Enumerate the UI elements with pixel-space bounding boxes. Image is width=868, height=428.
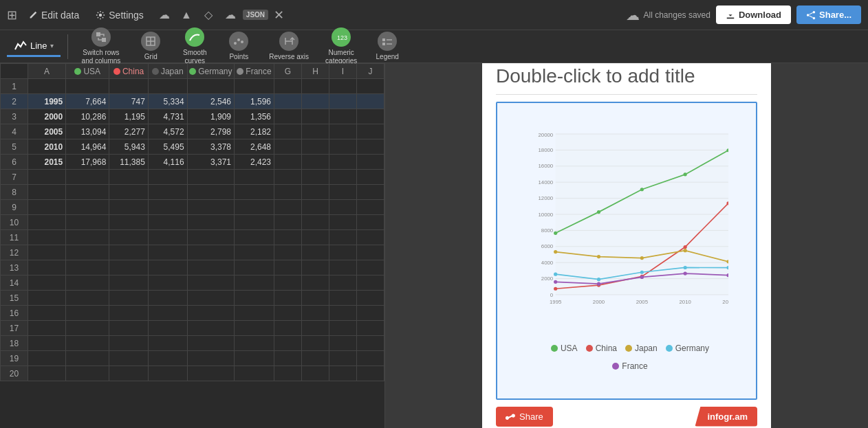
col-header-g[interactable]: G [274,64,302,79]
edit-data-button[interactable]: Edit data [23,7,85,23]
cell-6b[interactable]: 17,968 [66,155,109,170]
col-header-e[interactable]: Germany [187,64,234,79]
soundcloud-icon[interactable]: ☁ [221,5,240,25]
cell-1e[interactable] [187,79,234,94]
json-badge[interactable]: JSON [243,10,268,20]
legend-tool[interactable]: Legend [367,29,408,64]
cell-4j[interactable] [357,124,384,139]
numeric-categories-tool[interactable]: 123 Numeric categories [318,25,364,68]
line-tool[interactable]: Line ▾ [7,36,61,57]
cell-5d[interactable]: 5,495 [148,139,187,155]
cell-3d[interactable]: 4,731 [148,109,187,124]
spreadsheet[interactable]: A USA China [0,63,384,428]
cell-3f[interactable]: 1,356 [235,109,274,124]
grid-apps-icon[interactable]: ⊞ [7,8,17,23]
cell-1d[interactable] [148,79,187,94]
cell-6j[interactable] [357,155,384,170]
table-row: 16 [1,306,384,321]
cell-2c[interactable]: 747 [109,94,148,109]
cell-5i[interactable] [329,139,357,155]
settings-button[interactable]: Settings [90,7,149,23]
cell-6d[interactable]: 4,116 [148,155,187,170]
cell-4a[interactable]: 2005 [28,124,66,139]
cell-1b[interactable] [66,79,109,94]
cell-5g[interactable] [274,139,302,155]
cell-1i[interactable] [329,79,357,94]
cell-4b[interactable]: 13,094 [66,124,109,139]
save-cloud-icon[interactable]: ☁ [155,5,174,25]
cell-3a[interactable]: 2000 [28,109,66,124]
cell-5f[interactable]: 2,648 [235,139,274,155]
cell-6c[interactable]: 11,385 [109,155,148,170]
cell-5h[interactable] [302,139,329,155]
dropbox-icon[interactable]: ◇ [199,5,218,25]
cell-5c[interactable]: 5,943 [109,139,148,155]
cell-5b[interactable]: 14,964 [66,139,109,155]
download-button[interactable]: Download [716,5,791,24]
cell-6g[interactable] [274,155,302,170]
cell-5a[interactable]: 2010 [28,139,66,155]
share-button[interactable]: Share... [796,5,861,24]
cell-4d[interactable]: 4,572 [148,124,187,139]
cell-6a[interactable]: 2015 [28,155,66,170]
cell-2d[interactable]: 5,334 [148,94,187,109]
cell-6h[interactable] [302,155,329,170]
chart-title[interactable]: Double-click to add title [496,65,757,95]
cell-5e[interactable]: 3,378 [187,139,234,155]
col-header-c[interactable]: China [109,64,148,79]
col-header-a[interactable]: A [28,64,66,79]
cell-2f[interactable]: 1,596 [235,94,274,109]
legend-china: China [586,343,617,353]
cell-2b[interactable]: 7,664 [66,94,109,109]
switch-rows-cols-tool[interactable]: Switch rows and columns [75,25,128,68]
cell-1h[interactable] [302,79,329,94]
cell-4h[interactable] [302,124,329,139]
cell-2h[interactable] [302,94,329,109]
col-header-h[interactable]: H [302,64,329,79]
cell-4c[interactable]: 2,277 [109,124,148,139]
cell-6e[interactable]: 3,371 [187,155,234,170]
cell-3b[interactable]: 10,286 [66,109,109,124]
cell-1c[interactable] [109,79,148,94]
col-header-b[interactable]: USA [66,64,109,79]
svg-text:2010: 2010 [679,299,691,305]
points-tool[interactable]: Points [218,29,259,64]
reverse-axis-tool[interactable]: Reverse axis [262,29,316,64]
cell-6f[interactable]: 2,423 [235,155,274,170]
spreadsheet-panel: A USA China [0,63,385,428]
cell-2i[interactable] [329,94,357,109]
cell-3c[interactable]: 1,195 [109,109,148,124]
cell-4g[interactable] [274,124,302,139]
cell-3i[interactable] [329,109,357,124]
table-row: 8 [1,185,384,200]
preview-panel: Double-click to add title [385,63,868,428]
cell-1a[interactable] [28,79,66,94]
cell-1g[interactable] [274,79,302,94]
close-button[interactable]: ✕ [274,8,284,23]
cell-2j[interactable] [357,94,384,109]
cell-2e[interactable]: 2,546 [187,94,234,109]
google-drive-icon[interactable]: ▲ [177,5,196,25]
cell-3j[interactable] [357,109,384,124]
cell-4f[interactable]: 2,182 [235,124,274,139]
chart-area[interactable]: 0 2000 4000 6000 8000 10000 12000 14000 … [496,102,757,400]
smooth-curves-tool[interactable]: Smooth curves [174,25,215,68]
grid-tool[interactable]: Grid [130,29,171,64]
cell-1f[interactable] [235,79,274,94]
share-chart-button[interactable]: Share [496,407,553,427]
col-header-d[interactable]: Japan [148,64,187,79]
col-header-j[interactable]: J [357,64,384,79]
cell-3h[interactable] [302,109,329,124]
cell-2g[interactable] [274,94,302,109]
cell-6i[interactable] [329,155,357,170]
cell-5j[interactable] [357,139,384,155]
col-header-i[interactable]: I [329,64,357,79]
cell-1j[interactable] [357,79,384,94]
cell-3e[interactable]: 1,909 [187,109,234,124]
cell-2a[interactable]: 1995 [28,94,66,109]
cell-4i[interactable] [329,124,357,139]
cell-3g[interactable] [274,109,302,124]
col-header-f[interactable]: France [235,64,274,79]
infogram-badge[interactable]: infogr.am [695,407,757,427]
cell-4e[interactable]: 2,798 [187,124,234,139]
